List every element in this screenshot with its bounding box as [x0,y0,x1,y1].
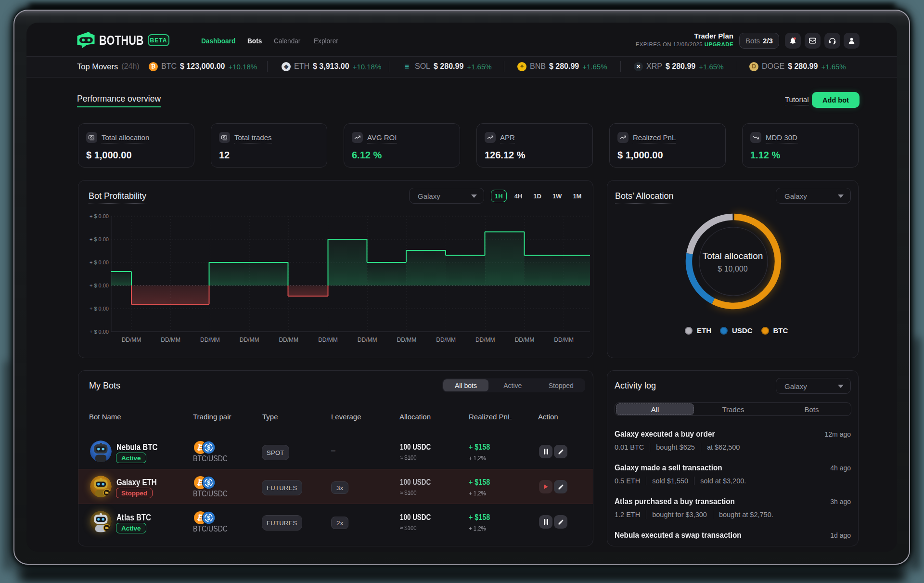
svg-text:DD/MM: DD/MM [358,337,377,343]
svg-text:DD/MM: DD/MM [318,337,338,343]
svg-text:$: $ [207,444,210,451]
svg-text:DD/MM: DD/MM [161,337,180,343]
svg-text:DD/MM: DD/MM [515,337,535,343]
svg-text:DD/MM: DD/MM [200,337,220,343]
svg-text:DD/MM: DD/MM [397,337,417,343]
svg-text:$: $ [207,515,210,521]
svg-text:DD/MM: DD/MM [554,337,574,343]
svg-text:+ $ 0.00: + $ 0.00 [90,283,109,288]
svg-text:+ $ 0.00: + $ 0.00 [90,236,109,242]
svg-text:+ $ 0.00: + $ 0.00 [90,329,109,335]
svg-text:+ $ 0.00: + $ 0.00 [90,259,109,265]
svg-text:$: $ [207,479,210,486]
svg-text:DD/MM: DD/MM [240,337,259,343]
svg-text:+ $ 0.00: + $ 0.00 [90,306,109,311]
svg-text:DD/MM: DD/MM [122,337,141,343]
svg-text:+ $ 0.00: + $ 0.00 [90,213,109,219]
svg-text:DD/MM: DD/MM [279,337,298,343]
svg-text:DD/MM: DD/MM [436,337,456,343]
svg-text:DD/MM: DD/MM [475,337,495,343]
